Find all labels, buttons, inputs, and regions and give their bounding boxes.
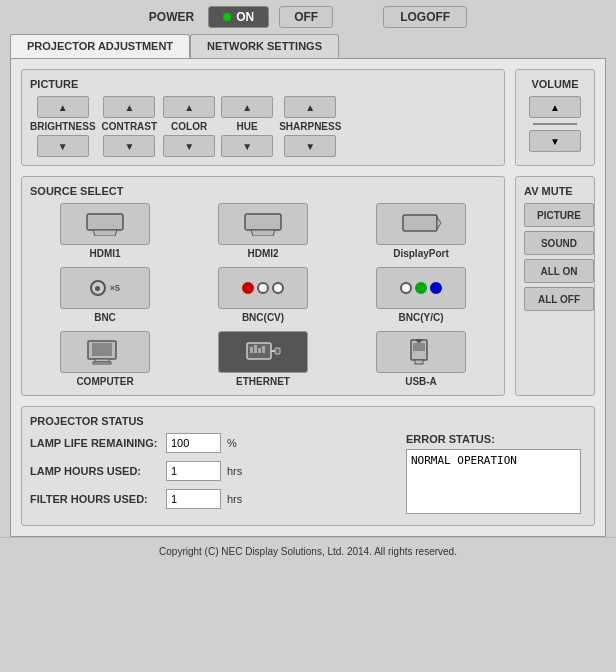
bnc-icon: ×5 [90, 280, 120, 296]
lamp-hours-input[interactable] [166, 461, 221, 481]
avmute-section: AV MUTE PICTURE SOUND ALL ON ALL OFF [515, 176, 595, 396]
power-label: POWER [149, 10, 194, 24]
source-item-hdmi1: HDMI1 [30, 203, 180, 259]
contrast-label: CONTRAST [102, 121, 158, 132]
bnc-button[interactable]: ×5 [60, 267, 150, 309]
svg-rect-4 [403, 215, 437, 231]
source-item-bnc: ×5 BNC [30, 267, 180, 323]
displayport-button[interactable] [376, 203, 466, 245]
main-content: PICTURE BRIGHTNESS CONTRAST COLOR [10, 58, 606, 537]
sharpness-up-button[interactable] [284, 96, 336, 118]
usba-label: USB-A [405, 376, 437, 387]
bnccv-icon [242, 282, 284, 294]
color-control: COLOR [163, 96, 215, 157]
svg-rect-11 [250, 347, 253, 353]
avmute-picture-button[interactable]: PICTURE [524, 203, 594, 227]
bncyc-button[interactable] [376, 267, 466, 309]
picture-row: PICTURE BRIGHTNESS CONTRAST COLOR [21, 69, 595, 166]
picture-controls: BRIGHTNESS CONTRAST COLOR [30, 96, 496, 157]
tab-projector-adjustment[interactable]: PROJECTOR ADJUSTMENT [10, 34, 190, 58]
svg-rect-12 [254, 345, 257, 353]
hue-down-button[interactable] [221, 135, 273, 157]
usba-icon [403, 338, 439, 366]
error-status-label: ERROR STATUS: [406, 433, 586, 445]
avmute-title: AV MUTE [524, 185, 586, 197]
lamp-hours-label: LAMP HOURS USED: [30, 465, 160, 477]
brightness-control: BRIGHTNESS [30, 96, 96, 157]
svg-rect-14 [262, 346, 265, 353]
logoff-button[interactable]: LOGOFF [383, 6, 467, 28]
displayport-icon [401, 212, 441, 236]
volume-controls [524, 96, 586, 152]
color-up-button[interactable] [163, 96, 215, 118]
filter-hours-label: FILTER HOURS USED: [30, 493, 160, 505]
source-section: SOURCE SELECT HDMI1 [21, 176, 505, 396]
projector-status-title: PROJECTOR STATUS [30, 415, 586, 427]
error-status-textarea[interactable]: NORMAL OPERATION [406, 449, 581, 514]
computer-button[interactable] [60, 331, 150, 373]
brightness-down-button[interactable] [37, 135, 89, 157]
filter-hours-unit: hrs [227, 493, 242, 505]
svg-rect-13 [258, 348, 261, 353]
footer: Copyright (C) NEC Display Solutions, Ltd… [0, 537, 616, 565]
status-left: LAMP LIFE REMAINING: % LAMP HOURS USED: … [30, 433, 386, 517]
volume-title: VOLUME [524, 78, 586, 90]
source-item-bncyc: BNC(Y/C) [346, 267, 496, 323]
tab-network-settings[interactable]: NETWORK SETTINGS [190, 34, 339, 58]
ethernet-button[interactable] [218, 331, 308, 373]
power-led [223, 13, 231, 21]
brightness-up-button[interactable] [37, 96, 89, 118]
lamp-life-input[interactable] [166, 433, 221, 453]
sharpness-down-button[interactable] [284, 135, 336, 157]
usba-button[interactable] [376, 331, 466, 373]
avmute-sound-button[interactable]: SOUND [524, 231, 594, 255]
power-on-label: ON [236, 10, 254, 24]
displayport-label: DisplayPort [393, 248, 449, 259]
bnccv-button[interactable] [218, 267, 308, 309]
avmute-alloff-button[interactable]: ALL OFF [524, 287, 594, 311]
source-title: SOURCE SELECT [30, 185, 496, 197]
color-label: COLOR [171, 121, 207, 132]
volume-up-icon [550, 100, 560, 114]
projector-status-section: PROJECTOR STATUS LAMP LIFE REMAINING: % … [21, 406, 595, 526]
source-grid: HDMI1 HDMI2 [30, 203, 496, 387]
volume-divider [533, 123, 577, 125]
sharpness-label: SHARPNESS [279, 121, 341, 132]
contrast-up-button[interactable] [103, 96, 155, 118]
avmute-allon-button[interactable]: ALL ON [524, 259, 594, 283]
lamp-life-label: LAMP LIFE REMAINING: [30, 437, 160, 449]
filter-hours-row: FILTER HOURS USED: hrs [30, 489, 386, 509]
lamp-life-row: LAMP LIFE REMAINING: % [30, 433, 386, 453]
brightness-label: BRIGHTNESS [30, 121, 96, 132]
computer-label: COMPUTER [76, 376, 133, 387]
svg-marker-3 [251, 230, 275, 236]
picture-section: PICTURE BRIGHTNESS CONTRAST COLOR [21, 69, 505, 166]
lamp-hours-row: LAMP HOURS USED: hrs [30, 461, 386, 481]
bnccv-label: BNC(CV) [242, 312, 284, 323]
hdmi2-button[interactable] [218, 203, 308, 245]
color-down-button[interactable] [163, 135, 215, 157]
source-item-usba: USB-A [346, 331, 496, 387]
svg-marker-5 [437, 217, 441, 229]
svg-rect-0 [87, 214, 123, 230]
contrast-control: CONTRAST [102, 96, 158, 157]
sharpness-control: SHARPNESS [279, 96, 341, 157]
picture-title: PICTURE [30, 78, 496, 90]
hue-up-button[interactable] [221, 96, 273, 118]
source-item-hdmi2: HDMI2 [188, 203, 338, 259]
svg-rect-19 [415, 360, 423, 364]
volume-up-button[interactable] [529, 96, 581, 118]
source-item-displayport: DisplayPort [346, 203, 496, 259]
svg-marker-1 [93, 230, 117, 236]
power-on-button[interactable]: ON [208, 6, 269, 28]
power-off-button[interactable]: OFF [279, 6, 333, 28]
hdmi1-label: HDMI1 [89, 248, 120, 259]
volume-section: VOLUME [515, 69, 595, 166]
svg-rect-16 [275, 348, 280, 354]
footer-text: Copyright (C) NEC Display Solutions, Ltd… [159, 546, 457, 557]
contrast-down-button[interactable] [103, 135, 155, 157]
filter-hours-input[interactable] [166, 489, 221, 509]
hdmi2-icon [243, 212, 283, 236]
volume-down-button[interactable] [529, 130, 581, 152]
hdmi1-button[interactable] [60, 203, 150, 245]
